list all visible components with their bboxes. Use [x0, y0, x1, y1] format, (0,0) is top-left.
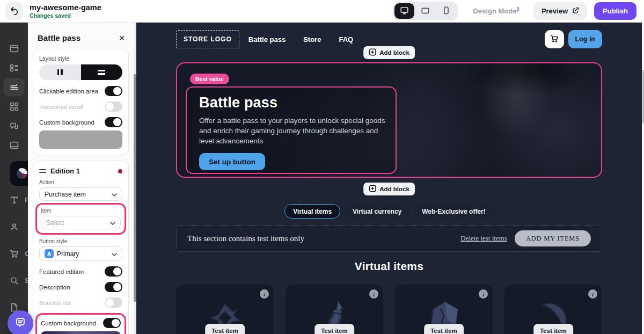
test-item-label: Test item [533, 324, 573, 334]
layout-columns-option[interactable] [39, 64, 81, 80]
battle-pass-edition-card[interactable]: Battle pass Offer a battle pass to your … [186, 86, 397, 174]
edition-header: Edition 1 [39, 167, 122, 175]
layout-rows-option[interactable] [81, 64, 123, 80]
layout-style-label: Layout style [39, 55, 122, 62]
project-title-box: my-awesome-game Changes saved [30, 3, 101, 19]
info-icon[interactable]: i [369, 289, 378, 299]
test-item-card[interactable]: i Test item [395, 285, 493, 334]
edition-custom-background-label: Custom background [41, 320, 96, 326]
benefits-list-row: Benefits list [39, 297, 122, 308]
chevron-down-icon [110, 219, 115, 227]
sidebar-item-items-grid[interactable] [9, 101, 19, 111]
benefits-list-label: Benefits list [39, 300, 71, 306]
tab-web-exclusive-offer[interactable]: Web-Exclusive offer! [414, 204, 493, 219]
clickable-edition-area-toggle[interactable] [105, 86, 122, 96]
store-logo-placeholder[interactable]: STORE LOGO [176, 30, 239, 48]
drag-handle-icon[interactable] [39, 169, 46, 173]
featured-edition-toggle[interactable] [105, 266, 122, 277]
custom-background-row: Custom background [39, 117, 122, 127]
chat-icon [14, 316, 27, 331]
test-item-card[interactable]: i Test item [176, 285, 274, 334]
page-scrollbar-thumb[interactable] [642, 70, 644, 124]
site-preview: STORE LOGO Battle pass Store FAQ Log in [136, 23, 642, 334]
edition-background-highlight: Custom background [35, 313, 126, 334]
desktop-view-button[interactable] [394, 3, 414, 19]
nav-actions: Log in [545, 30, 603, 48]
horizontal-scroll-toggle[interactable] [105, 101, 122, 112]
description-row: Description [39, 282, 122, 292]
nav-links: Battle pass Store FAQ [248, 35, 353, 43]
tablet-view-button[interactable] [415, 3, 435, 19]
sidebar-item-account[interactable] [9, 222, 19, 231]
tab-virtual-currency[interactable]: Virtual currency [345, 204, 409, 219]
hero-title: Battle pass [199, 95, 383, 111]
item-select[interactable]: Select [41, 216, 121, 229]
horizontal-scroll-label: Horizontal scroll [39, 104, 83, 110]
info-icon[interactable]: i [588, 289, 597, 299]
settings-panel-header: Battle pass ✕ [28, 23, 134, 49]
custom-background-swatch[interactable] [39, 130, 122, 149]
beta-badge: β [516, 6, 519, 12]
test-item-label: Test item [205, 324, 245, 334]
test-items-banner: This section contains test items only De… [176, 225, 602, 252]
external-link-icon [572, 7, 579, 16]
test-item-card[interactable]: i Test item [286, 285, 383, 334]
test-items-message: This section contains test items only [187, 234, 304, 243]
chevron-down-icon [112, 191, 117, 198]
sidebar-item-battle-pass[interactable] [9, 82, 19, 92]
add-block-button-top[interactable]: Add block [363, 46, 415, 59]
mobile-view-button[interactable] [436, 3, 456, 19]
set-up-button[interactable]: Set up button [199, 153, 265, 170]
preview-button[interactable]: Preview [533, 2, 587, 20]
desktop-icon [400, 6, 409, 17]
test-item-card[interactable]: i Test item [504, 285, 602, 334]
benefits-list-toggle[interactable] [105, 297, 122, 308]
cart-button[interactable] [545, 30, 564, 48]
edition-title: Edition 1 [50, 167, 80, 175]
sidebar-item-fonts[interactable] [9, 195, 19, 205]
undo-button[interactable] [5, 2, 23, 20]
edition-background-thumbnail[interactable] [41, 331, 121, 334]
action-select[interactable]: Purchase item [39, 187, 122, 201]
sidebar-item-cart[interactable] [9, 249, 19, 258]
nav-link-store[interactable]: Store [303, 35, 321, 43]
battle-pass-section[interactable]: Best value Battle pass Offer a battle pa… [176, 62, 602, 178]
sidebar-item-blocks[interactable] [9, 63, 19, 72]
delete-test-items-link[interactable]: Delete test items [460, 234, 507, 243]
add-block-icon [369, 48, 376, 57]
sidebar-item-header[interactable] [9, 43, 19, 53]
publish-button[interactable]: Publish [594, 2, 636, 20]
add-my-items-button[interactable]: ADD MY ITEMS [515, 230, 591, 246]
close-icon: ✕ [119, 34, 125, 42]
hero-description: Offer a battle pass to your players to u… [199, 115, 387, 146]
layout-style-segmented [39, 64, 122, 80]
button-style-select[interactable]: A Primary [39, 246, 122, 261]
rows-icon [98, 70, 105, 75]
description-label: Description [39, 284, 70, 291]
sidebar-item-search[interactable] [9, 275, 19, 285]
test-item-label: Test item [424, 324, 464, 334]
login-button[interactable]: Log in [568, 30, 603, 48]
mobile-icon [442, 6, 451, 17]
virtual-items-heading: Virtual items [176, 260, 602, 273]
sidebar-item-cta[interactable] [9, 121, 19, 130]
editor-topbar: my-awesome-game Changes saved Design Mod [0, 0, 644, 23]
page-scrollbar[interactable] [642, 23, 644, 334]
info-icon[interactable]: i [479, 289, 488, 299]
undo-icon [10, 6, 19, 17]
close-panel-button[interactable]: ✕ [119, 34, 125, 42]
item-field-highlight: Item Select [35, 203, 126, 235]
sidebar-item-footer[interactable] [9, 140, 19, 150]
info-icon[interactable]: i [260, 289, 269, 299]
support-chat-button[interactable] [8, 310, 33, 334]
edition-custom-background-toggle[interactable] [103, 318, 121, 328]
nav-link-faq[interactable]: FAQ [339, 35, 353, 43]
design-mode-label: Design Modeβ [473, 6, 519, 15]
test-item-label: Test item [314, 324, 354, 334]
tab-virtual-items[interactable]: Virtual items [284, 204, 340, 219]
add-block-button-middle[interactable]: Add block [363, 183, 415, 195]
custom-background-toggle[interactable] [105, 117, 122, 127]
description-toggle[interactable] [105, 282, 122, 292]
nav-link-battle-pass[interactable]: Battle pass [248, 35, 286, 43]
edition-status-dot [118, 169, 122, 173]
